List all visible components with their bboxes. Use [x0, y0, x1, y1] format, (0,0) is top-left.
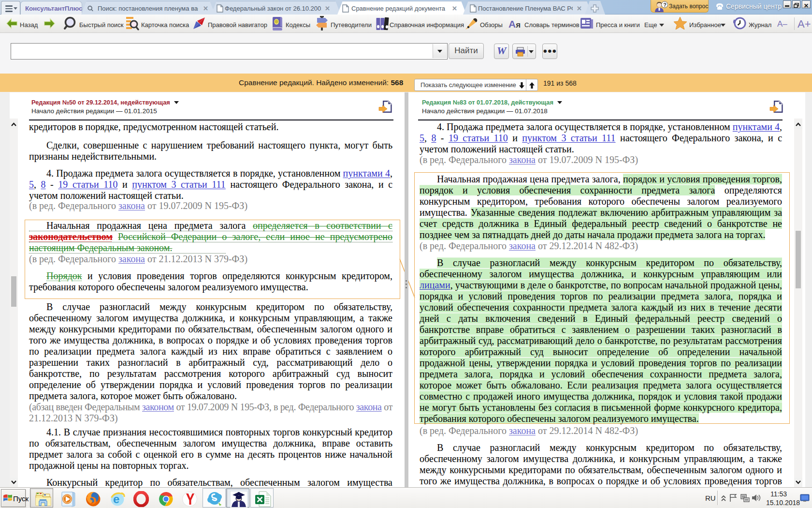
- svg-text:?: ?: [663, 2, 667, 8]
